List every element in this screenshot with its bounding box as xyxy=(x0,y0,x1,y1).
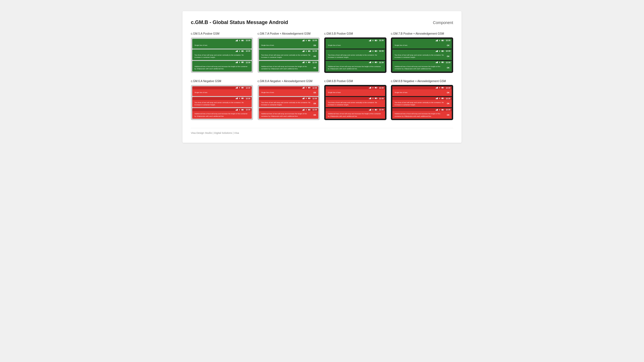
svg-rect-160 xyxy=(369,110,369,111)
svg-rect-3 xyxy=(237,40,238,41)
svg-rect-103 xyxy=(242,87,243,88)
svg-rect-34 xyxy=(303,51,304,52)
svg-rect-8 xyxy=(236,51,236,52)
svg-rect-26 xyxy=(303,40,304,41)
svg-rect-169 xyxy=(436,87,437,89)
section-cGM8A: c.GM.8.A Negative + Aknowledgement GSM 1… xyxy=(258,80,320,123)
svg-rect-83 xyxy=(437,50,438,52)
svg-rect-183 xyxy=(442,98,443,99)
svg-rect-161 xyxy=(369,109,370,111)
svg-rect-16 xyxy=(236,62,236,63)
svg-rect-119 xyxy=(242,109,243,110)
svg-point-84 xyxy=(439,51,440,52)
svg-point-132 xyxy=(306,99,307,99)
svg-point-28 xyxy=(306,41,307,41)
svg-rect-6 xyxy=(244,40,244,41)
svg-rect-91 xyxy=(437,61,438,63)
page-wrapper: c.GM.B - Global Status Message Android C… xyxy=(0,0,644,362)
svg-rect-58 xyxy=(370,51,371,52)
svg-point-68 xyxy=(373,63,373,63)
svg-rect-155 xyxy=(371,97,371,99)
section-label-cGM7A: c.GM.7.A Postive + Aknowledgement GSM xyxy=(258,32,320,35)
svg-rect-78 xyxy=(444,40,444,41)
card-header: c.GM.B - Global Status Message Android C… xyxy=(191,20,453,25)
svg-rect-38 xyxy=(311,51,311,51)
svg-rect-178 xyxy=(437,98,437,99)
svg-rect-112 xyxy=(236,110,236,111)
svg-rect-2 xyxy=(237,40,237,41)
phone-mock-cGM5A: 12:30 Single line of text. 12:30 Two lin… xyxy=(191,37,253,75)
svg-rect-128 xyxy=(302,98,303,99)
svg-rect-75 xyxy=(437,40,438,41)
svg-point-44 xyxy=(306,63,307,63)
svg-rect-54 xyxy=(377,40,378,41)
svg-rect-67 xyxy=(371,61,371,63)
phone-mock-cGM7B: 12:30 Single line of text. OK 12:30 Two … xyxy=(391,37,453,75)
svg-rect-162 xyxy=(370,109,371,111)
svg-rect-10 xyxy=(237,51,237,52)
svg-rect-95 xyxy=(442,62,443,63)
svg-rect-59 xyxy=(371,50,371,52)
svg-point-172 xyxy=(439,88,440,89)
svg-rect-47 xyxy=(308,62,310,63)
svg-rect-35 xyxy=(304,50,304,52)
svg-rect-143 xyxy=(308,109,310,110)
svg-point-12 xyxy=(239,51,240,52)
svg-rect-89 xyxy=(436,62,437,63)
svg-rect-71 xyxy=(375,62,376,63)
svg-rect-33 xyxy=(303,51,303,52)
svg-rect-98 xyxy=(237,87,237,89)
phone-mock-cGM7A: 12:30 Single line of text. OK 12:30 Two … xyxy=(258,37,320,75)
svg-point-148 xyxy=(373,88,373,89)
svg-rect-118 xyxy=(244,109,244,110)
section-label-cGM5B: c.GM.5.B Postive GSM xyxy=(324,32,386,35)
section-label-cGM7B: c.GM.7.B Postive + Aknowledgement GSM xyxy=(391,32,453,35)
phone-mock-cGM8A: 12:30 Single line of text. OK 12:30 Two … xyxy=(258,85,320,123)
svg-rect-190 xyxy=(444,109,444,110)
svg-rect-30 xyxy=(311,40,311,41)
phone-mock-cGM5B: 12:30 Single line of text. 12:30 Two lin… xyxy=(324,37,386,75)
svg-rect-42 xyxy=(303,62,304,63)
svg-rect-168 xyxy=(436,88,436,89)
svg-rect-167 xyxy=(375,109,376,110)
svg-rect-82 xyxy=(437,51,437,52)
svg-rect-46 xyxy=(311,62,311,63)
svg-rect-170 xyxy=(437,87,437,89)
svg-rect-39 xyxy=(308,51,310,51)
svg-rect-153 xyxy=(369,98,370,99)
svg-rect-159 xyxy=(375,98,376,99)
svg-rect-90 xyxy=(437,62,437,63)
svg-rect-114 xyxy=(237,109,237,111)
svg-rect-122 xyxy=(303,87,304,89)
svg-rect-187 xyxy=(437,109,438,111)
svg-point-52 xyxy=(373,41,373,41)
section-cGM7B: c.GM.7.B Postive + Aknowledgement GSM 12… xyxy=(391,32,453,75)
svg-rect-96 xyxy=(236,88,236,89)
svg-rect-64 xyxy=(369,62,369,63)
svg-rect-73 xyxy=(436,40,437,41)
svg-point-20 xyxy=(239,63,240,63)
svg-rect-22 xyxy=(244,62,244,63)
svg-rect-31 xyxy=(308,40,310,41)
svg-rect-40 xyxy=(302,62,303,63)
svg-rect-174 xyxy=(444,87,444,88)
svg-point-180 xyxy=(439,99,440,99)
svg-rect-88 xyxy=(436,62,436,63)
svg-rect-15 xyxy=(242,51,243,51)
svg-rect-110 xyxy=(244,98,244,99)
svg-rect-154 xyxy=(370,98,371,99)
page-badge: Component xyxy=(433,20,453,25)
svg-rect-25 xyxy=(303,40,303,41)
svg-rect-70 xyxy=(377,62,378,63)
svg-rect-182 xyxy=(444,98,444,99)
phone-mock-cGM6B: 12:30 Single line of text. 12:30 Two lin… xyxy=(324,85,386,123)
svg-point-60 xyxy=(373,51,373,52)
svg-rect-131 xyxy=(304,97,304,99)
svg-rect-138 xyxy=(303,109,304,111)
svg-rect-191 xyxy=(442,109,443,110)
svg-rect-66 xyxy=(370,62,371,63)
svg-rect-23 xyxy=(242,62,243,63)
svg-rect-139 xyxy=(304,109,304,111)
svg-rect-97 xyxy=(236,87,237,89)
svg-rect-151 xyxy=(375,87,376,88)
